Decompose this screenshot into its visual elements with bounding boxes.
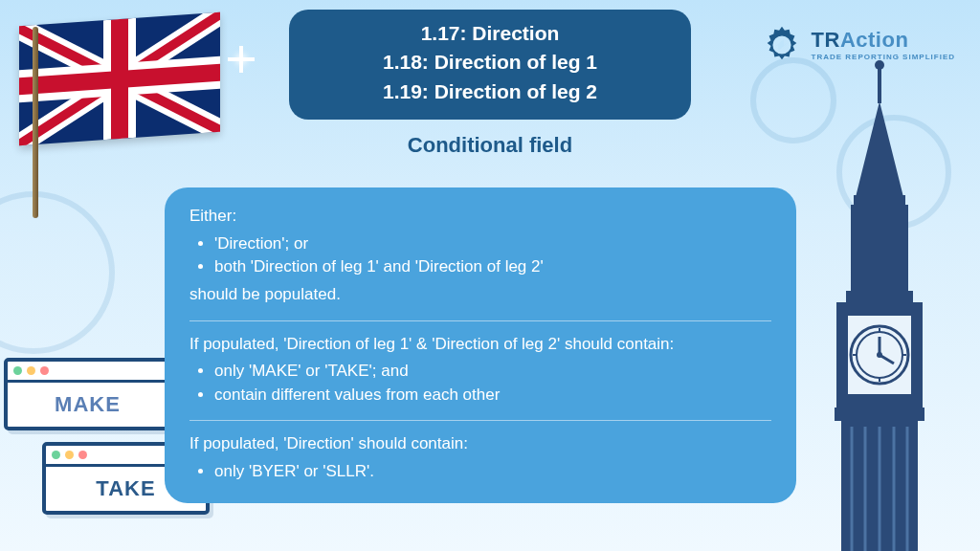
section-2-bullet-1: only 'MAKE' or 'TAKE'; and (214, 360, 771, 384)
logo-text-part-a: TR (812, 28, 840, 52)
svg-rect-3 (854, 195, 905, 205)
svg-marker-2 (856, 101, 903, 197)
svg-rect-4 (851, 205, 908, 291)
svg-rect-17 (835, 408, 924, 421)
title-line-3: 1.19: Direction of leg 2 (308, 77, 672, 106)
traffic-light-icon (27, 366, 35, 375)
svg-rect-5 (846, 291, 913, 302)
traffic-light-icon (78, 451, 87, 459)
flag-pole (33, 27, 38, 218)
title-box: 1.17: Direction 1.18: Direction of leg 1… (289, 10, 691, 120)
traffic-light-icon (65, 451, 74, 459)
section-2-bullet-2: contain different values from each other (214, 384, 771, 408)
traffic-light-icon (52, 451, 60, 459)
divider (189, 420, 771, 421)
section-1: Either: 'Direction'; or both 'Direction … (189, 205, 771, 307)
svg-rect-1 (878, 65, 881, 103)
section-2-intro: If populated, 'Direction of leg 1' & 'Di… (189, 333, 771, 357)
section-1-bullet-2: both 'Direction of leg 1' and 'Direction… (214, 255, 771, 279)
section-1-intro: Either: (189, 205, 771, 229)
divider (189, 320, 771, 321)
section-2: If populated, 'Direction of leg 1' & 'Di… (189, 333, 771, 408)
rules-card: Either: 'Direction'; or both 'Direction … (165, 187, 796, 503)
title-line-2: 1.18: Direction of leg 1 (308, 48, 672, 77)
uk-flag (19, 19, 220, 139)
logo-gear-icon (760, 23, 804, 67)
section-1-outro: should be populated. (189, 283, 771, 307)
title-line-1: 1.17: Direction (308, 19, 672, 48)
logo-text: TRAction (812, 30, 955, 51)
traffic-light-icon (40, 366, 49, 375)
logo-text-part-b: Action (840, 28, 908, 52)
section-3-bullet-1: only 'BYER' or 'SLLR'. (214, 460, 771, 484)
sparkle-icon (228, 46, 255, 73)
window-make: MAKE (4, 358, 171, 430)
flag-body (19, 12, 220, 146)
bg-gear-icon (0, 191, 115, 354)
section-3: If populated, 'Direction' should contain… (189, 432, 771, 483)
window-make-label: MAKE (8, 383, 167, 427)
svg-point-12 (877, 352, 882, 358)
window-titlebar (8, 362, 167, 383)
traffic-light-icon (13, 366, 22, 375)
section-1-bullet-1: 'Direction'; or (214, 232, 771, 256)
big-ben-illustration (798, 54, 961, 551)
section-3-intro: If populated, 'Direction' should contain… (189, 432, 771, 456)
